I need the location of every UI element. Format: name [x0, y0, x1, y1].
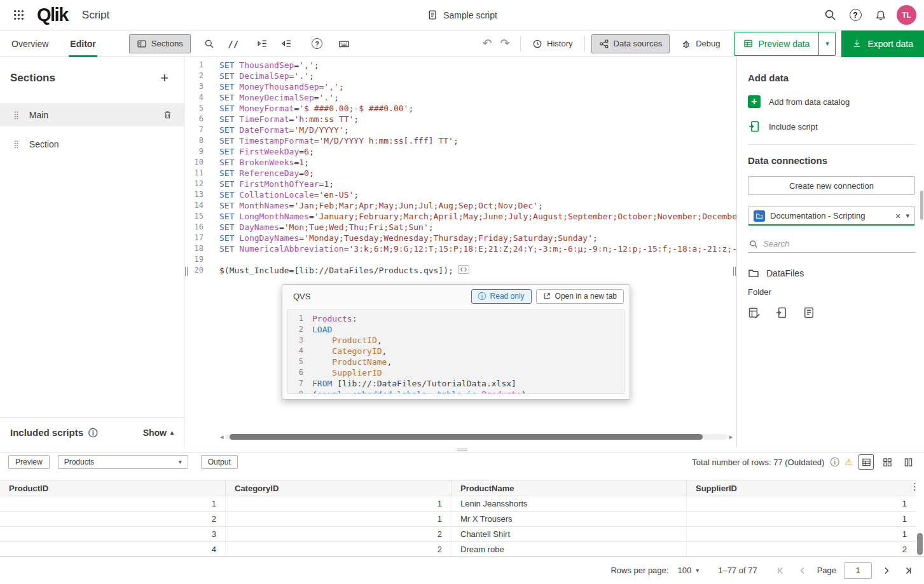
panel-resize-handle[interactable] [733, 267, 736, 276]
info-icon[interactable]: ⓘ [830, 458, 839, 466]
script-editor[interactable]: 1SET ThousandSep=',';2SET DecimalSep='.'… [184, 57, 736, 447]
panel-resize-handle[interactable] [185, 267, 188, 276]
notifications-button[interactable] [871, 6, 890, 25]
code-line[interactable]: 3SET MoneyThousandSep=','; [184, 81, 736, 92]
table-row[interactable]: 32Chantell Shirt1 [0, 527, 916, 542]
code-line[interactable]: 11SET ReferenceDay=0; [184, 168, 736, 179]
code-line[interactable]: 14SET MonthNames='Jan;Feb;Mar;Apr;May;Ju… [184, 200, 736, 211]
code-line[interactable]: 19 [184, 254, 736, 265]
code-line[interactable]: 6 SupplierID [288, 367, 624, 378]
code-line[interactable]: 5 ProductName, [288, 357, 624, 367]
scroll-left-icon[interactable]: ◂ [220, 433, 224, 440]
sidebar-item-main[interactable]: ⣿ Main [0, 103, 184, 126]
table-row[interactable]: 21Mr X Trousers1 [0, 512, 916, 527]
output-button[interactable]: Output [201, 455, 238, 469]
find-replace-button[interactable] [200, 34, 219, 53]
scroll-right-icon[interactable]: ▸ [729, 433, 733, 440]
add-section-button[interactable]: + [160, 71, 169, 85]
export-data-button[interactable]: Export data [841, 31, 924, 57]
indent-button[interactable] [253, 34, 272, 53]
preview-data-dropdown-button[interactable]: ▾ [819, 32, 836, 56]
table-row[interactable]: 42Dream robe2 [0, 542, 916, 556]
code-line[interactable]: 5SET MoneyFormat='$ ###0.00;-$ ###0.00'; [184, 103, 736, 114]
history-button[interactable]: History [527, 34, 577, 53]
code-line[interactable]: 8(ooxml, embedded labels, table is Produ… [288, 389, 624, 394]
code-line[interactable]: 4SET MoneyDecimalSep='.'; [184, 92, 736, 103]
code-line[interactable]: 3 ProductID, [288, 335, 624, 346]
data-sources-button[interactable]: Data sources [591, 34, 670, 53]
rows-per-page-select[interactable]: 100 ▾ [675, 564, 701, 577]
include-script-action-button[interactable] [775, 306, 788, 319]
code-line[interactable]: 6SET TimeFormat='h:mm:ss TT'; [184, 114, 736, 125]
open-new-tab-button[interactable]: Open in a new tab [536, 289, 624, 304]
sidebar-item-section[interactable]: ⣿ Section [0, 132, 184, 156]
preview-data-button[interactable]: Preview data [734, 32, 819, 56]
splitter-handle[interactable] [457, 449, 467, 451]
help-button[interactable]: ? [846, 6, 865, 25]
read-only-badge[interactable]: ⓘ Read only [471, 289, 532, 304]
code-line[interactable]: 2LOAD [288, 324, 624, 335]
app-launcher-button[interactable] [9, 6, 28, 25]
global-search-button[interactable] [820, 6, 839, 25]
keyboard-shortcuts-button[interactable] [334, 34, 354, 53]
undo-button[interactable]: ↶ [478, 37, 496, 50]
syntax-help-button[interactable]: ? [308, 34, 327, 53]
delete-section-button[interactable] [163, 110, 172, 119]
include-script-button[interactable]: Include script [748, 120, 915, 133]
table-menu-button[interactable]: ⋮ [910, 482, 920, 491]
redo-button[interactable]: ↷ [496, 37, 514, 50]
show-included-scripts-toggle[interactable]: Show ▴ [143, 428, 174, 438]
table-view-button[interactable] [858, 454, 874, 470]
code-line[interactable]: 18SET NumericalAbbreviation='3:k;6:M;9:G… [184, 243, 736, 254]
code-line[interactable]: 17SET LongDayNames='Monday;Tuesday;Wedne… [184, 233, 736, 243]
code-line[interactable]: 9SET FirstWeekDay=6; [184, 146, 736, 157]
column-view-button[interactable] [900, 454, 916, 470]
code-line[interactable]: 7FROM [lib://:DataFiles/TutorialData.xls… [288, 378, 624, 389]
table-scrollbar-thumb[interactable] [917, 533, 923, 555]
column-header-supplierid[interactable]: SupplierID [687, 480, 916, 496]
next-page-button[interactable] [879, 564, 893, 578]
code-line[interactable]: 1Products: [288, 313, 624, 324]
preview-button[interactable]: Preview [8, 455, 50, 469]
table-selector[interactable]: Products ▾ [58, 455, 188, 469]
outdent-button[interactable] [277, 34, 296, 53]
code-line[interactable]: 8SET TimestampFormat='M/D/YYYY h:mm:ss[.… [184, 135, 736, 146]
tab-editor[interactable]: Editor [69, 31, 97, 57]
chevron-down-icon[interactable]: ▾ [906, 212, 909, 219]
last-page-button[interactable] [901, 564, 915, 578]
page-number-input[interactable] [844, 562, 872, 579]
code-line[interactable]: 13SET CollationLocale='en-US'; [184, 189, 736, 200]
connection-select[interactable]: Documentation - Scripting × ▾ [748, 207, 915, 226]
code-line[interactable]: 2SET DecimalSep='.'; [184, 71, 736, 81]
include-preview-icon[interactable] [458, 265, 469, 274]
editor-code[interactable]: 1SET ThousandSep=',';2SET DecimalSep='.'… [184, 60, 736, 276]
scrollbar-track[interactable] [225, 434, 728, 440]
insert-connection-string-button[interactable] [803, 306, 815, 319]
code-line[interactable]: 1SET ThousandSep=','; [184, 60, 736, 71]
code-line[interactable]: 7SET DateFormat='M/D/YYYY'; [184, 125, 736, 135]
connection-item-datafiles[interactable]: DataFiles [748, 268, 915, 279]
code-line[interactable]: 15SET LongMonthNames='January;February;M… [184, 211, 736, 222]
add-from-catalog-button[interactable]: + Add from data catalog [748, 95, 915, 108]
panel-scrollbar-thumb[interactable] [920, 191, 923, 220]
drag-handle-icon[interactable]: ⣿ [13, 111, 19, 119]
code-line[interactable]: 16SET DayNames='Mon;Tue;Wed;Thu;Fri;Sat;… [184, 222, 736, 233]
sections-toggle-button[interactable]: Sections [129, 34, 191, 53]
code-line[interactable]: 4 CategoryID, [288, 346, 624, 357]
drag-handle-icon[interactable]: ⣿ [13, 140, 19, 148]
comment-button[interactable]: // [224, 34, 243, 53]
clear-connection-icon[interactable]: × [895, 211, 901, 221]
first-page-button[interactable] [774, 564, 788, 578]
column-header-productid[interactable]: ProductID [0, 480, 226, 496]
code-line[interactable]: 10SET BrokenWeeks=1; [184, 157, 736, 168]
code-line[interactable]: 12SET FirstMonthOfYear=1; [184, 179, 736, 189]
table-row[interactable]: 11Lenin Jeansshorts1 [0, 496, 916, 512]
scrollbar-thumb[interactable] [230, 434, 702, 440]
code-line[interactable]: 20$(Must_Include=[lib://DataFiles/Produc… [184, 265, 736, 276]
editor-horizontal-scrollbar[interactable]: ◂ ▸ [220, 433, 733, 440]
column-header-categoryid[interactable]: CategoryID [226, 480, 452, 496]
tab-overview[interactable]: Overview [10, 31, 50, 57]
select-data-button[interactable] [748, 306, 761, 319]
user-avatar[interactable]: TL [897, 5, 916, 25]
column-header-productname[interactable]: ProductName [452, 480, 687, 496]
